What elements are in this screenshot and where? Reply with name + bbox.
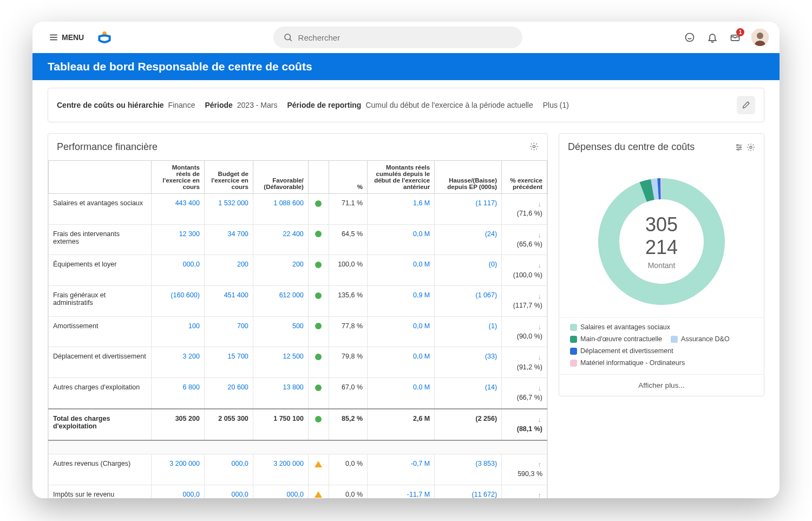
row-actual[interactable]: 000,0 xyxy=(152,255,205,286)
row-actual[interactable]: 100 xyxy=(152,316,205,347)
status-dot-icon xyxy=(315,416,322,422)
row-fav[interactable]: 612 000 xyxy=(253,286,308,317)
table-settings-button[interactable] xyxy=(529,142,539,153)
row-fav[interactable]: 1 750 100 xyxy=(253,409,308,440)
col-prior[interactable]: Montants réels cumulés depuis le début d… xyxy=(368,161,435,194)
row-budget[interactable]: 1 532 000 xyxy=(204,194,253,225)
row-ppct: ↑590,3 % xyxy=(502,454,547,485)
search-input[interactable] xyxy=(298,33,513,42)
row-fav[interactable]: 500 xyxy=(253,316,308,347)
legend-item[interactable]: Main-d'œuvre contractuelle xyxy=(570,335,662,343)
status-dot-icon xyxy=(315,491,322,498)
col-fav[interactable]: Favorable/ (Défavorable) xyxy=(253,161,308,194)
row-delta[interactable]: (1 117) xyxy=(435,194,502,225)
table-row: Équipements et loyer000,0200200100,0 %0,… xyxy=(49,255,547,286)
donut-chart[interactable]: 305 214 Montant xyxy=(591,171,732,312)
row-indicator xyxy=(308,316,329,347)
avatar[interactable] xyxy=(751,29,769,46)
edit-filters-button[interactable] xyxy=(737,96,755,114)
menu-button[interactable]: MENU xyxy=(43,29,89,45)
legend-item[interactable]: Matériel informatique - Ordinateurs xyxy=(570,359,685,367)
row-indicator xyxy=(308,347,329,378)
row-actual[interactable]: 12 300 xyxy=(152,224,205,255)
row-budget[interactable]: 15 700 xyxy=(204,347,253,378)
row-actual[interactable]: 443 400 xyxy=(152,194,205,225)
filter-value-period[interactable]: 2023 - Mars xyxy=(237,101,278,109)
legend-item[interactable]: Déplacement et divertissement xyxy=(570,347,673,355)
row-fav[interactable]: 13 800 xyxy=(253,378,308,409)
col-pct[interactable]: % xyxy=(329,161,367,194)
row-prior[interactable]: 1,6 M xyxy=(368,194,435,225)
row-budget[interactable]: 200 xyxy=(204,255,253,286)
inbox-icon[interactable]: 1 xyxy=(729,31,742,44)
bell-icon[interactable] xyxy=(706,31,719,44)
row-prior[interactable]: 0,0 M xyxy=(368,255,435,286)
row-ppct: ↓(100,0 %) xyxy=(502,255,547,286)
row-budget[interactable]: 20 600 xyxy=(204,378,253,409)
svg-point-10 xyxy=(533,145,535,147)
col-name xyxy=(49,161,152,194)
row-budget[interactable]: 700 xyxy=(204,316,253,347)
row-name: Équipements et loyer xyxy=(49,255,152,286)
filter-value-reporting[interactable]: Cumul du début de l'exercice à la périod… xyxy=(365,101,533,109)
row-budget[interactable]: 000,0 xyxy=(204,485,253,498)
filter-more[interactable]: Plus (1) xyxy=(543,101,569,109)
donut-legend: Salaires et avantages sociauxMain-d'œuvr… xyxy=(559,317,764,374)
row-actual[interactable]: 3 200 xyxy=(152,347,205,378)
row-indicator xyxy=(308,224,329,255)
search-box[interactable] xyxy=(273,27,522,48)
row-fav[interactable]: 12 500 xyxy=(253,347,308,378)
row-actual[interactable]: 000,0 xyxy=(152,485,205,498)
row-prior[interactable]: -11,7 M xyxy=(368,485,435,498)
row-budget[interactable]: 34 700 xyxy=(204,224,253,255)
row-prior[interactable]: 2,6 M xyxy=(368,409,435,440)
svg-point-17 xyxy=(750,146,752,148)
row-prior[interactable]: 0,0 M xyxy=(368,347,435,378)
row-delta[interactable]: (11 672) xyxy=(435,485,502,498)
row-prior[interactable]: 0,0 M xyxy=(368,378,435,409)
svg-point-4 xyxy=(285,34,291,40)
row-delta[interactable]: (24) xyxy=(435,224,502,255)
row-prior[interactable]: 0,0 M xyxy=(368,224,435,255)
legend-item[interactable]: Assurance D&O xyxy=(671,335,730,343)
row-prior[interactable]: 0,0 M xyxy=(368,316,435,347)
sliders-icon[interactable] xyxy=(735,143,743,152)
row-actual[interactable]: 305 200 xyxy=(152,409,205,440)
filter-label-reporting: Période de reporting xyxy=(287,101,361,109)
workday-logo[interactable] xyxy=(97,30,112,45)
col-actual[interactable]: Montants réels de l'exercice en cours xyxy=(152,161,205,194)
row-prior[interactable]: 0,9 M xyxy=(368,286,435,317)
filter-value-cc[interactable]: Finance xyxy=(168,101,195,109)
row-fav[interactable]: 200 xyxy=(253,255,308,286)
col-ppct[interactable]: % exercice précédent xyxy=(502,161,547,194)
gear-icon[interactable] xyxy=(746,143,755,152)
row-delta[interactable]: (1) xyxy=(435,316,502,347)
table-row: Salaires et avantages sociaux443 4001 53… xyxy=(49,194,547,225)
row-pct: 77,8 % xyxy=(329,316,367,347)
col-delta[interactable]: Hausse/(Baisse) depuis EP (000s) xyxy=(435,161,502,194)
row-delta[interactable]: (3 853) xyxy=(435,454,502,485)
row-actual[interactable]: (160 600) xyxy=(152,286,205,317)
col-budget[interactable]: Budget de l'exercice en cours xyxy=(204,161,253,194)
row-budget[interactable]: 2 055 300 xyxy=(204,409,253,440)
row-actual[interactable]: 3 200 000 xyxy=(152,454,205,485)
row-fav[interactable]: 3 200 000 xyxy=(253,454,308,485)
row-delta[interactable]: (0) xyxy=(435,255,502,286)
show-more-button[interactable]: Afficher plus... xyxy=(559,374,764,396)
legend-swatch xyxy=(570,360,577,367)
row-fav[interactable]: 22 400 xyxy=(253,224,308,255)
row-delta[interactable]: (1 067) xyxy=(435,286,502,317)
row-fav[interactable]: 000,0 xyxy=(253,485,308,498)
legend-item[interactable]: Salaires et avantages sociaux xyxy=(570,323,670,331)
row-budget[interactable]: 451 400 xyxy=(204,286,253,317)
row-actual[interactable]: 6 800 xyxy=(152,378,205,409)
row-delta[interactable]: (14) xyxy=(435,378,502,409)
row-fav[interactable]: 1 088 600 xyxy=(253,194,308,225)
chat-icon[interactable] xyxy=(683,31,696,44)
row-indicator xyxy=(308,454,329,485)
row-delta[interactable]: (2 256) xyxy=(435,409,502,440)
row-prior[interactable]: -0,7 M xyxy=(368,454,435,485)
row-delta[interactable]: (33) xyxy=(435,347,502,378)
row-pct: 71,1 % xyxy=(329,194,367,225)
row-budget[interactable]: 000,0 xyxy=(204,454,253,485)
